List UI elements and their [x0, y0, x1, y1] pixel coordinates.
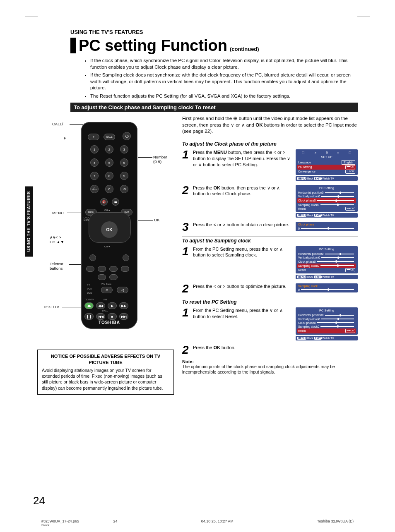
remote-dvd-label: DVD	[87, 292, 92, 295]
remote-chv-label: CH▼	[104, 245, 111, 248]
footer-file: #32JW8UA_17-24.p65	[41, 519, 79, 523]
remote-power-button: ⏻	[123, 132, 131, 140]
remote-aux-button: ◁	[117, 287, 128, 293]
remote-mute-button: 🔇	[100, 198, 108, 206]
remote-picsize-label: PIC SIZE	[101, 283, 111, 285]
label-ok: OK	[154, 218, 160, 222]
remote-ff-button: ▶▶	[119, 302, 128, 309]
footer-date: 04.10.25, 10:27 AM	[201, 519, 234, 527]
remote-key-6: 6	[120, 158, 128, 167]
intro-bullets: If the clock phase, which synchronize th…	[74, 58, 358, 99]
remote-key-digits: -/--	[90, 185, 99, 193]
subhead-clock-phase: To adjust the Clock phase of the picture	[182, 140, 358, 147]
label-f: F	[64, 136, 66, 140]
bullet-item: The Reset function adjusts the PC Settin…	[90, 93, 358, 100]
osd-setup: ⬚♬⧉⌂⬚ SET UP LanguageEnglish PC Setting⟷…	[296, 149, 358, 181]
step-number: 1	[182, 149, 193, 181]
subhead-reset: To reset the PC Setting	[182, 298, 358, 305]
step-text: From the PC Setting menu, press the ∨ or…	[193, 307, 296, 340]
remote-key-5: 5	[105, 158, 113, 167]
remote-play-button: ▶	[108, 302, 117, 309]
label-texttv: TEXT/TV	[43, 305, 59, 309]
remote-picsize-button: ⊕	[101, 287, 113, 293]
remote-tt-6	[109, 274, 118, 280]
title-suffix: (continued)	[230, 46, 259, 52]
step: 1 From the PC Setting menu, press the ∨ …	[182, 307, 358, 340]
osd-pc-sampling: PC Setting Horizontal position0 Vertical…	[296, 246, 358, 279]
page-number: 24	[33, 494, 45, 507]
remote-next-button: ▶▶|	[119, 313, 128, 320]
remote-key-4: 4	[90, 158, 99, 167]
step: 2 Press the OK button.	[182, 345, 358, 355]
step-text: Press the MENU button, then press the < …	[193, 149, 296, 181]
step: 2 Press the OK button, then press the ∨ …	[182, 185, 358, 218]
footer-black: Black	[41, 523, 118, 527]
notice-heading: NOTICE OF POSSIBLE ADVERSE EFFECTS ON TV…	[42, 353, 169, 366]
label-teletext: Teletext buttons	[50, 262, 63, 271]
remote-key-2: 2	[105, 145, 113, 153]
label-call: CALL/	[52, 122, 63, 126]
step: 3 Press the < or > button to obtain a cl…	[182, 222, 358, 232]
notice-body: Avoid displaying stationary images on yo…	[42, 367, 169, 391]
step-number: 3	[182, 222, 193, 232]
remote-eject-button: ⏏	[84, 302, 94, 309]
remote-still-label: STILL	[102, 310, 108, 312]
remote-texttv-label: TEXT/TV	[84, 298, 94, 301]
section-banner: To adjust the Clock phase and Sampling c…	[70, 103, 358, 112]
step: 2 Press the < or > button to optimize th…	[182, 283, 358, 294]
step-number: 2	[182, 345, 193, 355]
remote-key-1: 1	[90, 145, 99, 153]
step-text: Press the OK button, then press the ∨ or…	[193, 185, 296, 218]
label-arrows: ∧∨< > CH ▲▼	[50, 235, 64, 244]
page-title: PC setting Function	[79, 38, 227, 53]
remote-prev-button: |◀◀	[96, 313, 105, 320]
remote-call-button: CALL	[104, 134, 115, 140]
step-text: Press the < or > button to obtain a clea…	[193, 222, 296, 232]
remote-tv-label: TV	[87, 283, 90, 286]
remote-input-button: ⟲	[120, 185, 128, 193]
step-number: 1	[182, 307, 193, 340]
step-number: 1	[182, 246, 193, 279]
bullet-item: If the clock phase, which synchronize th…	[90, 58, 358, 70]
remote-vcr-label: VCR	[87, 288, 92, 290]
bullet-item: If the Sampling clock does not synchroni…	[90, 72, 358, 91]
remote-f-button: F	[88, 134, 99, 140]
remote-key-9: 9	[120, 172, 128, 180]
side-tab: USING THE TV'S FEATURES	[25, 186, 33, 256]
lead-text: First press and hold the ⊕ button until …	[182, 115, 358, 135]
remote-tt-2	[98, 266, 106, 272]
remote-tt-1	[86, 266, 94, 272]
section-kicker: USING THE TV'S FEATURES	[70, 29, 143, 35]
remote-key-8: 8	[105, 172, 113, 180]
remote-pause-button: ❚❚	[84, 313, 94, 320]
osd-bar-sampling: Sampling clock 0	[296, 283, 358, 294]
step-text: Press the OK button.	[193, 345, 296, 355]
remote-tt-5	[98, 274, 106, 280]
step-number: 2	[182, 283, 193, 294]
footer-model: Toshiba 32JW8UA (E)	[317, 519, 354, 527]
step-number: 2	[182, 185, 193, 218]
page-footer: #32JW8UA_17-24.p65 24 Black 04.10.25, 10…	[41, 519, 354, 527]
remote-key-0: 0	[105, 185, 113, 193]
remote-diagram: CALL/ F MENU ∧∨< > CH ▲▼ Teletext button…	[37, 122, 170, 337]
remote-btn-s1	[89, 254, 96, 261]
remote-brand: TOSHIBA	[81, 320, 137, 325]
remote-rew-button: ◀◀	[96, 302, 105, 309]
remote-tt-4	[121, 266, 129, 272]
note-heading: Note:	[182, 359, 358, 364]
remote-cha-label: CH▲	[104, 209, 111, 212]
notice-box: NOTICE OF POSSIBLE ADVERSE EFFECTS ON TV…	[37, 350, 174, 394]
osd-bar-clock: Clock phase 0	[296, 222, 358, 232]
remote-btn-s2	[123, 254, 129, 261]
subhead-sampling: To adjust the Sampling clock	[182, 237, 358, 244]
step: 1 Press the MENU button, then press the …	[182, 149, 358, 181]
remote-key-7: 7	[90, 172, 99, 180]
remote-audio-label: ♫I/II	[103, 298, 107, 301]
remote-stop-button: ■	[108, 313, 117, 320]
note-text: The optimum points of the clock phase an…	[182, 364, 358, 375]
label-menu: MENU	[52, 211, 64, 215]
remote-tt-3	[109, 266, 118, 272]
step: 1 From the PC Setting menu, press the ∨ …	[182, 246, 358, 279]
step-text: Press the < or > button to optimize the …	[193, 283, 296, 294]
step-text: From the PC Setting menu, press the ∨ or…	[193, 246, 296, 279]
